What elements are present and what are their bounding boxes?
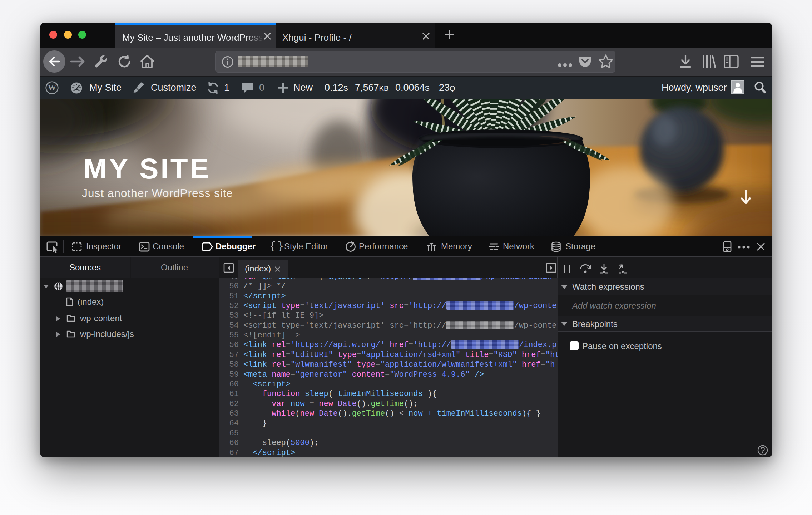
svg-text:W: W <box>48 83 56 92</box>
